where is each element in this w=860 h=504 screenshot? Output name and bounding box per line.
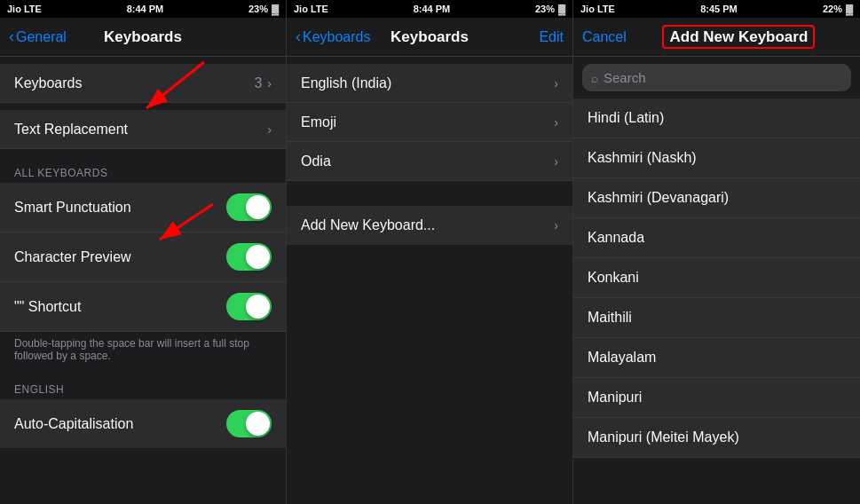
add-keyboard-item[interactable]: Add New Keyboard... ›: [287, 206, 572, 245]
battery-3: 22%: [823, 4, 842, 14]
add-keyboard-chevron: ›: [554, 218, 558, 232]
english-india-chevron: ›: [554, 76, 558, 91]
shortcut-label: "" Shortcut: [14, 299, 226, 315]
lang-malayalam[interactable]: Malayalam: [573, 338, 860, 378]
smart-punctuation-knob: [246, 195, 270, 219]
status-right-2: 23% ▓: [535, 4, 565, 14]
back-button-1[interactable]: ‹ General: [9, 28, 67, 46]
keyboards-label: Keyboards: [14, 75, 254, 91]
status-bar-1: Jio LTE 8:44 PM 23% ▓: [0, 0, 286, 18]
battery-icon-2: ▓: [558, 4, 565, 14]
status-right-1: 23% ▓: [249, 4, 279, 14]
auto-cap-knob: [246, 412, 270, 436]
text-replacement-item[interactable]: Text Replacement ›: [0, 110, 286, 149]
lang-hindi-latin[interactable]: Hindi (Latin): [573, 98, 860, 138]
odia-item[interactable]: Odia ›: [287, 142, 572, 181]
smart-punctuation-toggle[interactable]: [226, 193, 272, 221]
character-preview-knob: [246, 245, 270, 269]
text-replacement-label: Text Replacement: [14, 122, 267, 138]
battery-2: 23%: [535, 4, 555, 14]
lang-kashmiri-devanagari[interactable]: Kashmiri (Devanagari): [573, 178, 860, 218]
lang-manipuri[interactable]: Manipuri: [573, 378, 860, 418]
all-keyboards-header: ALL KEYBOARDS: [0, 156, 286, 183]
status-left-1: Jio LTE: [7, 4, 42, 14]
search-placeholder: Search: [604, 70, 842, 85]
keyboards-value: 3: [254, 75, 262, 91]
auto-cap-label: Auto-Capitalisation: [14, 416, 226, 432]
nav-bar-1: ‹ General Keyboards: [0, 18, 286, 57]
shortcut-note: Double-tapping the space bar will insert…: [0, 332, 286, 373]
nav-title-container-3: Add New Keyboard: [627, 28, 851, 46]
time-3: 8:45 PM: [700, 4, 738, 14]
shortcut-item[interactable]: "" Shortcut: [0, 282, 286, 332]
lang-kashmiri-naskh[interactable]: Kashmiri (Naskh): [573, 138, 860, 178]
back-label-2[interactable]: Keyboards: [303, 29, 371, 45]
search-bar[interactable]: ⌕ Search: [582, 64, 851, 91]
emoji-label: Emoji: [301, 114, 554, 130]
panel-add-keyboard: Jio LTE 8:45 PM 22% ▓ Cancel Add New Key…: [573, 0, 860, 504]
auto-cap-item[interactable]: Auto-Capitalisation: [0, 399, 286, 448]
smart-punctuation-item[interactable]: Smart Punctuation: [0, 183, 286, 232]
back-label-1[interactable]: General: [16, 29, 67, 45]
back-button-2[interactable]: ‹ Keyboards: [296, 28, 371, 46]
battery-1: 23%: [249, 4, 268, 14]
nav-bar-3: Cancel Add New Keyboard: [573, 18, 860, 57]
keyboards-chevron-icon: ›: [267, 76, 272, 91]
language-list: Hindi (Latin) Kashmiri (Naskh) Kashmiri …: [573, 98, 860, 504]
status-left-3: Jio LTE: [580, 4, 615, 14]
smart-punctuation-label: Smart Punctuation: [14, 200, 226, 216]
odia-label: Odia: [301, 154, 554, 169]
lang-manipuri-meitei[interactable]: Manipuri (Meitei Mayek): [573, 418, 860, 458]
carrier-3: Jio LTE: [580, 4, 615, 14]
odia-chevron: ›: [554, 154, 558, 169]
english-india-item[interactable]: English (India) ›: [287, 64, 572, 103]
character-preview-toggle[interactable]: [226, 243, 272, 271]
time-2: 8:44 PM: [414, 4, 451, 14]
battery-icon-3: ▓: [846, 4, 853, 14]
lang-konkani[interactable]: Konkani: [573, 258, 860, 298]
auto-cap-toggle[interactable]: [226, 410, 272, 437]
lang-kannada[interactable]: Kannada: [573, 218, 860, 258]
status-bar-2: Jio LTE 8:44 PM 23% ▓: [287, 0, 572, 18]
nav-title-2: Keyboards: [391, 28, 469, 46]
add-keyboard-label: Add New Keyboard...: [301, 217, 554, 233]
nav-bar-2: ‹ Keyboards Keyboards Edit: [287, 18, 572, 57]
panel-keyboards-list: Jio LTE 8:44 PM 23% ▓ ‹ Keyboards Keyboa…: [287, 0, 573, 504]
battery-icon-1: ▓: [272, 4, 279, 14]
keyboards-list: English (India) › Emoji › Odia › Add New…: [287, 57, 572, 504]
panel-general-keyboards: Jio LTE 8:44 PM 23% ▓ ‹ General Keyboard…: [0, 0, 287, 504]
shortcut-knob: [246, 295, 270, 319]
shortcut-toggle[interactable]: [226, 293, 272, 320]
cancel-button[interactable]: Cancel: [582, 29, 627, 45]
keyboards-item[interactable]: Keyboards 3 ›: [0, 64, 286, 103]
settings-list-1: Keyboards 3 › Text Replacement › ALL KEY…: [0, 57, 286, 504]
nav-title-1: Keyboards: [104, 28, 182, 46]
character-preview-label: Character Preview: [14, 249, 226, 265]
emoji-item[interactable]: Emoji ›: [287, 103, 572, 142]
english-india-label: English (India): [301, 75, 554, 91]
carrier-1: Jio LTE: [7, 4, 42, 14]
status-bar-3: Jio LTE 8:45 PM 22% ▓: [573, 0, 860, 18]
chevron-back-icon-1: ‹: [9, 28, 14, 46]
add-keyboard-title: Add New Keyboard: [662, 25, 815, 49]
status-left-2: Jio LTE: [294, 4, 328, 14]
english-header: ENGLISH: [0, 373, 286, 399]
edit-button[interactable]: Edit: [539, 29, 564, 45]
carrier-2: Jio LTE: [294, 4, 328, 14]
chevron-back-icon-2: ‹: [296, 28, 301, 46]
search-icon: ⌕: [591, 71, 598, 85]
time-1: 8:44 PM: [127, 4, 164, 14]
character-preview-item[interactable]: Character Preview: [0, 232, 286, 282]
lang-maithili[interactable]: Maithili: [573, 298, 860, 338]
text-replacement-chevron-icon: ›: [267, 122, 272, 137]
emoji-chevron: ›: [554, 115, 558, 130]
status-right-3: 22% ▓: [823, 4, 853, 14]
